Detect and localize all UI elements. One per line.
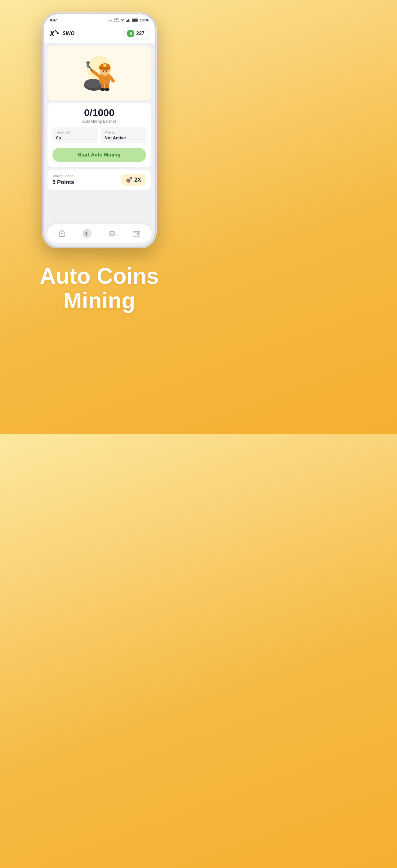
svg-line-28 <box>110 77 113 81</box>
nav-games[interactable] <box>104 228 120 239</box>
logo-icon: X <box>49 29 61 38</box>
speed-info: Mining Speed 5 Points <box>53 174 74 186</box>
miner-illustration <box>79 52 120 95</box>
battery-percent: 100% <box>140 18 148 22</box>
balance-badge: $ 227 <box>124 28 149 39</box>
phone-screen: 8:47 LTE 0.16KB/s <box>44 14 155 247</box>
balance-display: 0/1000 Auto Mining Balance <box>53 107 146 124</box>
speed-icon: 0.16KB/s <box>114 18 120 23</box>
status-bar: 8:47 LTE 0.16KB/s <box>44 14 155 25</box>
battery-icon <box>132 18 139 22</box>
mining-icon: ₿ <box>83 229 92 238</box>
svg-point-26 <box>103 71 104 72</box>
balance-amount: 227 <box>136 31 144 36</box>
speed-label: Mining Speed <box>53 174 74 178</box>
bottom-title-line2: Mining <box>63 288 135 313</box>
stats-section: 0/1000 Auto Mining Balance Time Left 0s … <box>47 103 151 167</box>
boost-badge[interactable]: 🚀 2X <box>121 174 146 186</box>
nav-home[interactable] <box>55 228 69 239</box>
svg-point-17 <box>100 88 105 91</box>
lte-icon: LTE <box>108 18 112 22</box>
rocket-icon: 🚀 <box>126 176 132 183</box>
wallet-icon <box>133 230 140 237</box>
svg-rect-7 <box>138 20 138 21</box>
nav-mining[interactable]: ₿ <box>79 228 95 239</box>
svg-text:X: X <box>49 29 55 38</box>
logo-text: SINO <box>62 31 74 36</box>
gamepad-icon <box>108 230 116 237</box>
svg-text:₿: ₿ <box>85 231 88 236</box>
balance-label: Auto Mining Balance <box>53 119 146 124</box>
speed-value: 5 Points <box>53 179 74 186</box>
signal-icon <box>126 18 131 22</box>
home-icon <box>58 230 66 237</box>
svg-rect-24 <box>99 67 110 69</box>
status-time: 8:47 <box>50 18 57 22</box>
dollar-icon: $ <box>127 30 134 37</box>
time-left-card: Time Left 0s <box>53 127 98 144</box>
info-row: Time Left 0s Mining Not Active <box>53 127 146 144</box>
phone-frame: 8:47 LTE 0.16KB/s <box>42 12 157 248</box>
svg-point-14 <box>85 79 102 88</box>
svg-point-18 <box>104 88 109 91</box>
time-left-label: Time Left <box>56 130 94 134</box>
bottom-title-line1: Auto Coins <box>40 264 159 288</box>
bottom-text-section: Auto Coins Mining <box>40 264 159 326</box>
boost-multiplier: 2X <box>134 177 141 183</box>
svg-point-25 <box>103 64 106 67</box>
speed-card: Mining Speed 5 Points 🚀 2X <box>47 169 151 190</box>
svg-rect-2 <box>126 21 127 22</box>
mining-banner <box>47 46 151 100</box>
balance-number: 0/1000 <box>53 107 146 119</box>
wifi-icon <box>121 18 125 22</box>
svg-rect-8 <box>132 19 137 21</box>
svg-rect-5 <box>129 19 130 22</box>
app-logo: X SINO <box>49 29 74 38</box>
svg-text:LTE: LTE <box>108 19 112 22</box>
bottom-title: Auto Coins Mining <box>40 264 159 313</box>
status-icons: LTE 0.16KB/s <box>108 18 148 23</box>
app-header: X SINO $ 227 <box>44 25 155 43</box>
svg-rect-4 <box>128 19 129 22</box>
content-area <box>44 190 155 224</box>
mining-status-value: Not Active <box>104 135 142 140</box>
svg-point-11 <box>57 33 59 34</box>
start-mining-button[interactable]: Start Auto Mining <box>53 148 146 162</box>
svg-point-36 <box>113 234 114 234</box>
time-left-value: 0s <box>56 135 94 140</box>
mining-status-label: Mining <box>104 130 142 134</box>
mining-status-card: Mining Not Active <box>101 127 146 144</box>
nav-wallet[interactable] <box>129 228 144 239</box>
bottom-nav: ₿ <box>47 224 152 243</box>
svg-rect-3 <box>127 20 128 22</box>
svg-point-27 <box>106 71 107 72</box>
